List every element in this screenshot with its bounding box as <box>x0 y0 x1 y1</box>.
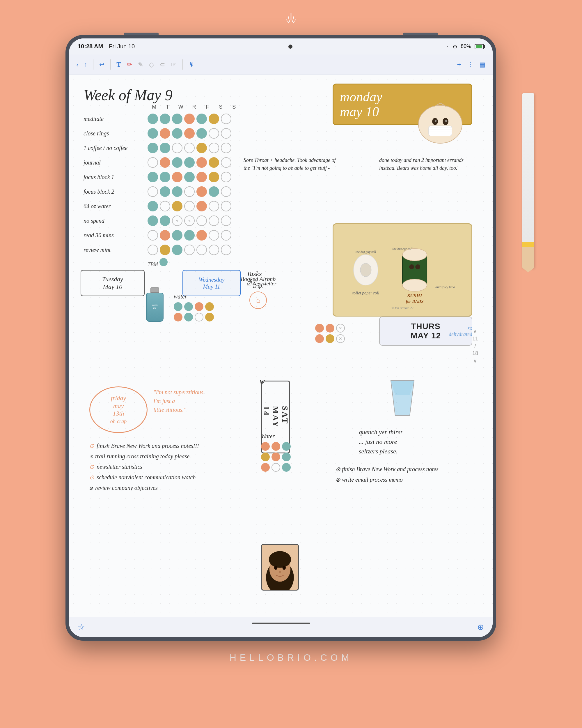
friday-task-3: ⊙ newsletter statistics <box>89 463 252 471</box>
scroll-down[interactable]: ∨ <box>473 357 477 364</box>
bottom-bar: ☆ ⊕ <box>69 617 493 637</box>
sat-water-row2 <box>261 452 319 461</box>
circle-w <box>172 244 183 255</box>
circle-s2 <box>221 244 231 255</box>
circle-w <box>172 186 183 197</box>
circle-w <box>172 157 183 168</box>
svg-line-4 <box>293 19 296 23</box>
circle-r <box>184 244 195 255</box>
task-icon: ⌀ <box>89 484 93 492</box>
home-indicator <box>252 623 310 624</box>
habit-row-journal: journal <box>84 156 241 169</box>
add-button[interactable]: + <box>457 60 461 69</box>
water-c3 <box>195 302 203 311</box>
circle-s1 <box>209 186 219 197</box>
zoom-icon[interactable]: ⊕ <box>477 622 484 632</box>
circle-r <box>184 172 195 182</box>
status-right: ⬝ ⊙ 80% <box>446 43 484 50</box>
circle-r <box>184 128 195 139</box>
tablet-screen: 10:28 AM Fri Jun 10 ⬝ ⊙ 80% ‹ <box>69 38 493 637</box>
circle-s2 <box>221 128 231 139</box>
circle-f <box>196 186 207 197</box>
more-button[interactable]: ⋮ <box>467 61 473 69</box>
habit-row-read: read 30 mins <box>84 229 241 242</box>
toolbar-separator-2 <box>110 59 111 70</box>
circle-t <box>160 201 170 211</box>
thursday-circles: ✕ ✕ <box>315 322 373 343</box>
habit-row-water: 64 oz water <box>84 200 241 213</box>
sat-task-1: ⊗ finish Brave New Work and process note… <box>335 465 464 473</box>
circle-s2 <box>221 172 231 182</box>
circle-m <box>147 113 158 124</box>
circle-t <box>160 157 170 168</box>
circle-m <box>147 186 158 197</box>
circle-s2 <box>221 143 231 153</box>
circle-s1 <box>209 143 219 153</box>
scroll-up[interactable]: ∧ <box>473 328 477 334</box>
sw1 <box>261 442 270 451</box>
circle-m <box>147 172 158 182</box>
pencil-tool[interactable]: ✎ <box>138 61 143 69</box>
circle-w <box>172 128 183 139</box>
sw2 <box>272 442 280 451</box>
camera-dot <box>288 45 293 49</box>
task-text: schedule nonviolent communication watch <box>96 473 196 482</box>
habit-rings-circles <box>147 128 231 139</box>
sat-water-row3 <box>261 463 319 472</box>
habit-water-circles <box>147 201 231 211</box>
friday-tasks: ⊙ finish Brave New Work and process note… <box>89 442 252 494</box>
lasso-tool[interactable]: ⊂ <box>160 61 165 69</box>
w-label: W <box>259 379 265 386</box>
share-button[interactable]: ↑ <box>84 61 87 69</box>
toolbar: ‹ ↑ ↩ T ✏ ✎ ◇ ⊂ ☞ 🎙 + ⋮ <box>69 54 493 75</box>
bookmark-icon[interactable]: ☆ <box>78 622 85 632</box>
tbm-circle <box>160 258 168 266</box>
sidebar-button[interactable]: ▤ <box>479 61 486 69</box>
back-button[interactable]: ‹ <box>76 61 78 69</box>
sushi-illustration: toilet paper roll SUSHI <box>333 223 472 316</box>
friday-task-5: ⌀ review company objectives <box>89 484 252 492</box>
bottle-body: drinkme <box>146 293 164 322</box>
undo-button[interactable]: ↩ <box>99 61 105 69</box>
day-s2: S <box>227 104 241 110</box>
circle-m <box>147 244 158 255</box>
dehydrated-label: sodehydrated <box>449 325 472 338</box>
circle-w: ✎ <box>172 215 183 226</box>
friday-task-1: ⊙ finish Brave New Work and process note… <box>89 442 252 450</box>
svg-point-12 <box>435 120 437 122</box>
week-title: Week of May 9 <box>84 86 172 104</box>
sat-water-label: Water <box>261 433 319 440</box>
habit-focus2-circles <box>147 186 231 197</box>
svg-text:the big guy roll: the big guy roll <box>356 250 376 254</box>
airbnb-icon: ⌂ <box>249 291 267 309</box>
svg-rect-6 <box>428 126 452 136</box>
day-t: T <box>161 104 174 110</box>
svg-point-13 <box>445 120 447 122</box>
svg-text:the big eye roll: the big eye roll <box>392 247 412 251</box>
marker-tool[interactable]: ✏ <box>127 61 132 69</box>
habit-rings-label: close rings <box>84 130 147 137</box>
circle-s1 <box>209 157 219 168</box>
c5 <box>326 334 334 343</box>
main-content: Week of May 9 M T W R F S <box>69 75 493 617</box>
habit-nospend-circles: ✎ ✎ <box>147 215 231 226</box>
circle-m <box>147 143 158 153</box>
habit-row-focus2: focus block 2 <box>84 185 241 198</box>
habit-row-rings: close rings <box>84 127 241 140</box>
task-icon: ⌽ <box>89 452 93 460</box>
svg-point-36 <box>282 566 286 570</box>
wifi-icon: ⊙ <box>453 43 457 50</box>
thu-circles-row2: ✕ <box>315 334 373 343</box>
text-tool[interactable]: T <box>116 60 121 69</box>
bottle-label: drinkme <box>152 304 158 309</box>
day-m: M <box>147 104 161 110</box>
habit-coffee-circles <box>147 143 231 153</box>
habit-focus2-label: focus block 2 <box>84 188 147 195</box>
eraser-tool[interactable]: ◇ <box>149 61 154 69</box>
toolbar-separator-1 <box>93 59 93 70</box>
svg-point-34 <box>269 551 291 568</box>
habit-journal-circles <box>147 157 231 168</box>
finger-tool[interactable]: ☞ <box>171 61 177 69</box>
circle-r <box>184 157 195 168</box>
mic-button[interactable]: 🎙 <box>189 61 195 69</box>
